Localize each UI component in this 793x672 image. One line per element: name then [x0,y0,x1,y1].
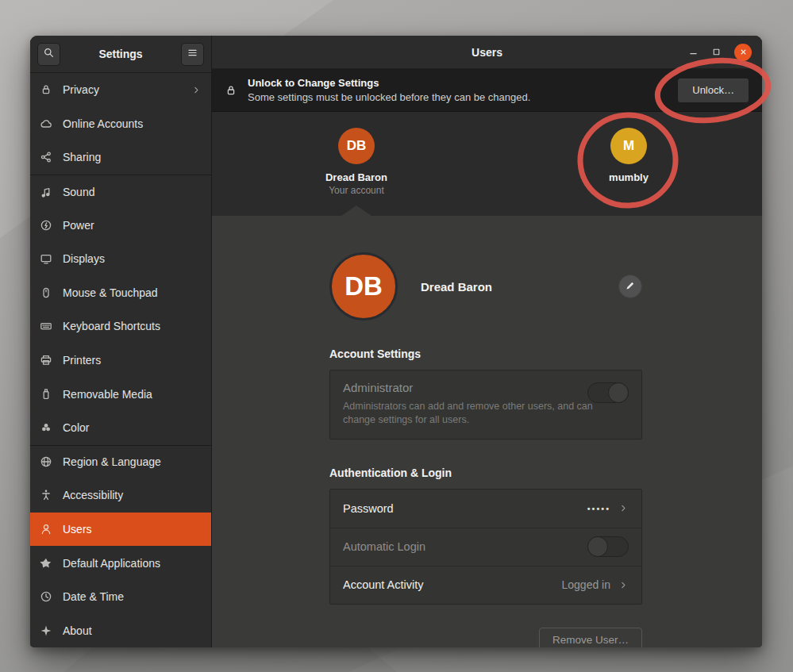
avatar[interactable]: DB [329,252,398,321]
account-activity-label: Account Activity [343,578,424,591]
printer-icon [39,354,52,367]
profile-row: DB Dread Baron [329,252,642,321]
sparkle-icon [39,624,52,637]
sidebar-item-label: Keyboard Shortcuts [63,320,160,332]
footer-row: Remove User… [329,628,642,647]
account-activity-row[interactable]: Account Activity Logged in [330,566,641,604]
avatar-initials: DB [345,271,383,301]
administrator-description: Administrators can add and remove other … [343,400,617,427]
password-label: Password [343,502,394,515]
password-row[interactable]: Password ••••• [330,490,641,528]
account-activity-value: Logged in [561,578,610,591]
unlock-banner: Unlock to Change Settings Some settings … [212,69,762,112]
sidebar-item-users[interactable]: Users [30,513,211,547]
profile-name: Dread Baron [421,280,492,294]
sidebar-item-privacy[interactable]: Privacy [30,73,211,107]
automatic-login-toggle[interactable] [587,536,629,557]
user-name: mumbly [565,171,692,183]
sidebar-item-about[interactable]: About [30,614,211,648]
sidebar-item-label: Power [63,219,94,232]
sidebar-item-label: Privacy [63,83,99,96]
mouse-icon [39,286,52,299]
sidebar-item-label: Online Accounts [63,117,143,130]
sidebar-item-removable-media[interactable]: Removable Media [30,377,211,411]
cloud-icon [39,117,52,130]
page-title: Users [212,46,762,59]
minimize-icon[interactable] [688,47,699,57]
main-panel: Users Unlock to Change Settings Some set… [211,36,762,647]
menu-button[interactable] [181,43,204,66]
sidebar-item-label: Sound [63,186,94,198]
chevron-right-icon [191,85,202,95]
users-icon [39,523,52,536]
administrator-toggle[interactable] [587,382,629,403]
section-heading-authentication: Authentication & Login [329,467,642,479]
sidebar-item-sharing[interactable]: Sharing [30,140,211,175]
color-icon [39,421,52,435]
sidebar-item-label: Displays [63,252,105,265]
edit-name-button[interactable] [618,275,642,298]
unlock-banner-title: Unlock to Change Settings [248,77,530,89]
sidebar-item-sound[interactable]: Sound [30,175,211,209]
power-icon [39,218,52,232]
maximize-icon[interactable] [711,47,722,57]
search-icon [43,47,55,61]
sidebar: Settings PrivacyOnline AccountsSharingSo… [30,36,211,647]
sidebar-item-printers[interactable]: Printers [30,344,211,378]
chevron-right-icon [618,580,629,590]
sidebar-item-label: About [63,624,92,637]
sidebar-item-power[interactable]: Power [30,208,211,242]
display-icon [39,252,52,266]
sound-icon [39,185,52,198]
password-dots: ••••• [587,504,610,513]
toggle-knob [587,536,608,557]
avatar-initials: M [623,138,634,154]
sidebar-item-label: Region & Language [63,455,161,468]
sidebar-item-online-accounts[interactable]: Online Accounts [30,107,211,141]
share-icon [39,151,52,164]
unlock-banner-text: Unlock to Change Settings Some settings … [248,77,530,103]
sidebar-item-label: Mouse & Touchpad [63,286,158,299]
sidebar-item-default-applications[interactable]: Default Applications [30,546,211,580]
window-controls [688,44,762,61]
app-title: Settings [60,48,181,60]
user-details: DB Dread Baron Account Settings Administ… [212,216,762,647]
sidebar-item-mouse-touchpad[interactable]: Mouse & Touchpad [30,276,211,310]
administrator-label: Administrator [343,381,629,394]
unlock-button[interactable]: Unlock… [677,78,749,103]
sidebar-item-label: Users [63,523,92,536]
sidebar-item-keyboard-shortcuts[interactable]: Keyboard Shortcuts [30,309,211,344]
close-icon[interactable] [734,44,752,61]
sidebar-item-region-language[interactable]: Region & Language [30,445,211,479]
avatar: M [610,128,647,164]
carousel-user-mumbly[interactable]: M mumbly [565,128,692,183]
avatar-initials: DB [347,138,367,154]
user-carousel: DB Dread Baron Your account M mumbly [212,112,762,216]
toggle-knob [608,382,629,403]
sidebar-item-color[interactable]: Color [30,411,211,445]
sidebar-item-date-time[interactable]: Date & Time [30,580,211,614]
avatar: DB [338,128,375,164]
automatic-login-row: Automatic Login [330,528,641,566]
sidebar-header: Settings [30,36,211,73]
globe-icon [39,455,52,469]
administrator-card: Administrator Administrators can add and… [329,370,642,440]
accessibility-icon [39,489,52,502]
unlock-banner-subtitle: Some settings must be unlocked before th… [248,91,530,103]
chevron-right-icon [618,503,629,513]
sidebar-item-label: Removable Media [63,388,152,401]
carousel-user-dread-baron[interactable]: DB Dread Baron Your account [293,128,420,196]
lock-icon [39,83,52,97]
sidebar-list: PrivacyOnline AccountsSharingSoundPowerD… [30,73,211,647]
sidebar-item-label: Default Applications [63,557,160,570]
sidebar-item-label: Color [63,421,89,434]
automatic-login-label: Automatic Login [343,540,425,553]
settings-window: Settings PrivacyOnline AccountsSharingSo… [30,36,762,647]
clock-icon [39,590,52,604]
section-heading-account-settings: Account Settings [329,348,642,360]
sidebar-item-displays[interactable]: Displays [30,242,211,276]
sidebar-item-accessibility[interactable]: Accessibility [30,478,211,513]
search-button[interactable] [37,43,60,66]
user-name: Dread Baron [293,171,420,183]
remove-user-button[interactable]: Remove User… [539,628,642,647]
